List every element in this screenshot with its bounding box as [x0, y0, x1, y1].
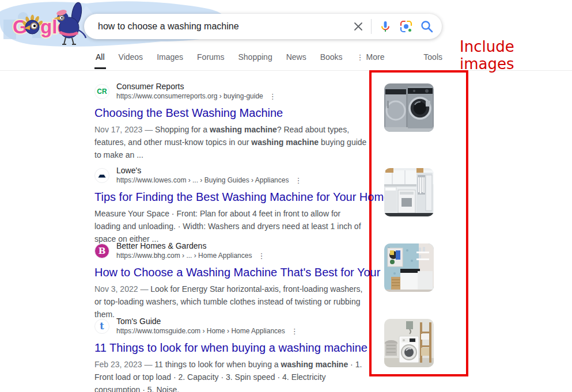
snippet-text: washing machine	[281, 360, 348, 369]
site-meta: Lowe'shttps://www.lowes.com › ... › Buyi…	[116, 165, 303, 185]
site-meta: Tom's Guidehttps://www.tomsguide.com › H…	[116, 316, 300, 336]
site-url: https://www.lowes.com › ... › Buying Gui…	[116, 176, 289, 185]
tab-books[interactable]: Books	[319, 49, 344, 67]
site-name: Better Homes & Gardens	[116, 241, 266, 251]
tab-images[interactable]: Images	[156, 49, 184, 67]
search-result: CRConsumer Reportshttps://www.consumerre…	[94, 81, 369, 161]
lowes-house-icon	[97, 171, 107, 180]
site-favicon: B	[94, 243, 109, 258]
search-result: tTom's Guidehttps://www.tomsguide.com › …	[94, 316, 369, 392]
search-result: Lowe'shttps://www.lowes.com › ... › Buyi…	[94, 165, 369, 245]
search-input[interactable]	[98, 21, 351, 32]
favicon-letter: CR	[97, 87, 107, 96]
url-row: https://www.tomsguide.com › Home › Home …	[116, 326, 300, 336]
result-thumbnail-laundry-cabinets[interactable]	[384, 168, 434, 216]
site-url: https://www.tomsguide.com › Home › Home …	[116, 326, 285, 336]
result-options-icon[interactable]: ⋮	[268, 92, 278, 101]
snippet-text: Shopping for a	[155, 125, 210, 134]
result-title-link[interactable]: Choosing the Best Washing Machine	[94, 105, 369, 120]
more-dots-icon: ⋮	[357, 53, 364, 62]
snippet-text: 11 things to look for when buying a	[154, 360, 281, 369]
result-site-link[interactable]: tTom's Guidehttps://www.tomsguide.com › …	[94, 316, 369, 336]
site-url: https://www.bhg.com › ... › Home Applian…	[116, 251, 252, 261]
result-snippet: Nov 3, 2022 — Look for Energy Star horiz…	[94, 283, 369, 321]
search-tabs-bar: All Videos Images Forums Shopping News B…	[94, 49, 444, 71]
site-name: Tom's Guide	[116, 316, 300, 326]
search-submit-icon[interactable]	[420, 20, 434, 33]
result-site-link[interactable]: Lowe'shttps://www.lowes.com › ... › Buyi…	[94, 165, 369, 185]
url-row: https://www.lowes.com › ... › Buying Gui…	[116, 176, 303, 185]
google-lens-icon[interactable]	[399, 20, 413, 33]
result-thumbnail-washers-pair[interactable]	[384, 83, 434, 132]
result-snippet: Measure Your Space · Front: Plan for abo…	[94, 207, 369, 245]
snippet-date: Nov 3, 2022 —	[94, 284, 150, 294]
favicon-letter: t	[100, 321, 104, 332]
result-title-link[interactable]: Tips for Finding the Best Washing Machin…	[94, 189, 369, 204]
clear-search-icon[interactable]	[351, 20, 365, 33]
result-snippet: Nov 17, 2023 — Shopping for a washing ma…	[94, 123, 369, 161]
site-name: Consumer Reports	[116, 81, 278, 92]
result-snippet: Feb 23, 2023 — 11 things to look for whe…	[94, 358, 369, 392]
tab-more[interactable]: ⋮ More	[355, 49, 386, 67]
search-divider	[371, 19, 372, 34]
result-title-link[interactable]: How to Choose a Washing Machine That's B…	[94, 265, 369, 280]
search-bar[interactable]	[84, 14, 442, 39]
snippet-date: Nov 17, 2023 —	[94, 125, 155, 134]
result-options-icon[interactable]: ⋮	[256, 251, 266, 261]
tab-news[interactable]: News	[285, 49, 308, 67]
snippet-text: washing machine	[210, 125, 277, 134]
result-site-link[interactable]: BBetter Homes & Gardenshttps://www.bhg.c…	[94, 241, 369, 261]
site-meta: Better Homes & Gardenshttps://www.bhg.co…	[116, 241, 266, 261]
tab-forums[interactable]: Forums	[196, 49, 225, 67]
site-favicon	[94, 168, 109, 183]
site-name: Lowe's	[116, 165, 303, 176]
url-row: https://www.consumerreports.org › buying…	[116, 92, 278, 101]
microphone-icon[interactable]	[378, 20, 392, 33]
result-options-icon[interactable]: ⋮	[293, 176, 303, 185]
snippet-date: Feb 23, 2023 —	[94, 360, 154, 369]
tab-shopping[interactable]: Shopping	[237, 49, 274, 67]
site-favicon: t	[94, 319, 109, 334]
result-title-link[interactable]: 11 Things to look for when buying a wash…	[94, 340, 369, 355]
annotation-text: Include images	[460, 38, 572, 73]
result-site-link[interactable]: CRConsumer Reportshttps://www.consumerre…	[94, 81, 369, 101]
site-url: https://www.consumerreports.org › buying…	[116, 92, 263, 101]
tab-tools[interactable]: Tools	[422, 49, 444, 67]
favicon-letter: B	[99, 246, 106, 256]
snippet-text: Measure Your Space · Front: Plan for abo…	[94, 209, 361, 243]
result-options-icon[interactable]: ⋮	[290, 326, 300, 336]
url-row: https://www.bhg.com › ... › Home Applian…	[116, 251, 266, 261]
site-meta: Consumer Reportshttps://www.consumerrepo…	[116, 81, 278, 101]
tab-all[interactable]: All	[94, 49, 106, 69]
snippet-text: washing machine	[251, 138, 319, 147]
tab-videos[interactable]: Videos	[118, 49, 145, 67]
result-thumbnail-blue-wallpaper-laundry[interactable]	[384, 243, 434, 292]
search-result: BBetter Homes & Gardenshttps://www.bhg.c…	[94, 241, 369, 321]
result-thumbnail-white-washer-shelf[interactable]	[384, 319, 434, 367]
site-favicon: CR	[94, 84, 109, 99]
